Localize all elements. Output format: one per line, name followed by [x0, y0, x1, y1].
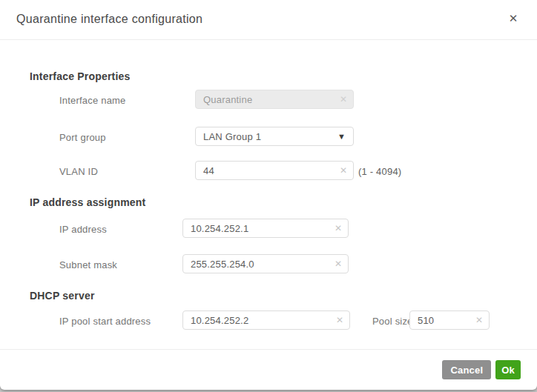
pool-size-label: Pool size	[372, 316, 413, 327]
interface-name-field: ✕	[195, 90, 354, 109]
section-heading-interface-properties: Interface Properties	[30, 70, 131, 82]
subnet-mask-input[interactable]	[183, 259, 333, 270]
cancel-button[interactable]: Cancel	[442, 360, 491, 379]
ip-pool-start-input[interactable]	[183, 315, 335, 326]
ip-pool-start-label: IP pool start address	[59, 316, 151, 327]
port-group-select[interactable]: LAN Group 1 ▼	[195, 127, 354, 146]
ok-button[interactable]: Ok	[495, 360, 521, 379]
clear-icon[interactable]: ✕	[338, 166, 353, 175]
footer-divider	[0, 349, 537, 350]
clear-icon[interactable]: ✕	[333, 224, 348, 233]
vlan-id-field: ✕	[195, 161, 354, 180]
clear-icon[interactable]: ✕	[335, 316, 349, 325]
port-group-label: Port group	[59, 132, 106, 143]
section-heading-ip-address-assignment: IP address assignment	[30, 196, 145, 208]
ip-address-field: ✕	[182, 219, 349, 238]
section-heading-dhcp-server: DHCP server	[30, 290, 95, 302]
vlan-id-range-hint: (1 - 4094)	[358, 166, 401, 177]
vlan-id-input[interactable]	[196, 165, 338, 176]
clear-icon: ✕	[338, 95, 353, 104]
ip-pool-start-field: ✕	[182, 310, 350, 330]
clear-icon[interactable]: ✕	[333, 259, 348, 268]
ip-address-input[interactable]	[183, 223, 333, 234]
chevron-down-icon: ▼	[336, 133, 353, 141]
pool-size-input[interactable]	[410, 315, 474, 326]
interface-name-input	[196, 94, 338, 105]
ip-address-label: IP address	[59, 224, 107, 235]
subnet-mask-label: Subnet mask	[59, 259, 117, 270]
quarantine-interface-dialog: Quarantine interface configuration ✕ Int…	[0, 0, 537, 390]
pool-size-field: ✕	[409, 310, 490, 330]
subnet-mask-field: ✕	[182, 254, 349, 273]
header-divider	[0, 39, 537, 40]
close-icon[interactable]: ✕	[505, 10, 521, 27]
port-group-selected-value: LAN Group 1	[196, 131, 336, 142]
interface-name-label: Interface name	[59, 95, 126, 106]
vlan-id-label: VLAN ID	[59, 166, 98, 177]
dialog-title: Quarantine interface configuration	[16, 13, 202, 26]
clear-icon[interactable]: ✕	[474, 316, 489, 325]
footer-buttons: Cancel Ok	[442, 360, 521, 379]
